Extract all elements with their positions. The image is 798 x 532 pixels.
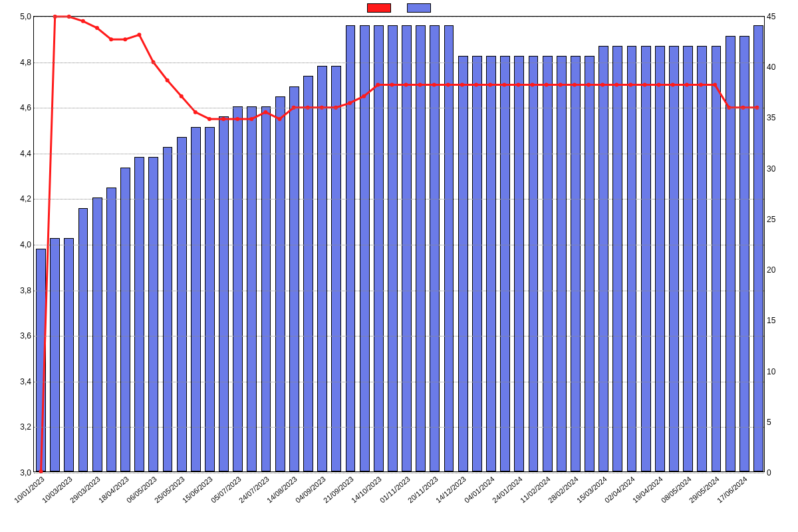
line-point [278, 117, 282, 121]
legend-swatch-line [367, 3, 391, 13]
line-point [81, 19, 85, 23]
gridline [34, 427, 764, 428]
y-left-tick: 4,0 [2, 240, 31, 249]
line-point [657, 83, 661, 87]
y-right-tick: 5 [767, 418, 796, 427]
x-tick-label: 10/03/2023 [41, 475, 74, 505]
x-tick-label: 19/04/2024 [631, 475, 664, 505]
line-point [446, 83, 450, 87]
y-left-tick: 3,2 [2, 422, 31, 432]
x-tick-label: 14/12/2023 [434, 475, 467, 505]
gridline [34, 291, 764, 291]
line-point [587, 83, 591, 87]
line-point [166, 78, 170, 82]
line-point [474, 83, 478, 87]
x-tick-label: 01/11/2023 [378, 475, 411, 505]
line-path [41, 17, 757, 471]
line-point [502, 83, 506, 87]
line-point [418, 83, 422, 87]
y-left-tick: 5,0 [2, 12, 31, 21]
y-left-tick: 4,4 [2, 149, 31, 158]
line-point [249, 117, 253, 121]
y-left-tick: 4,6 [2, 103, 31, 112]
x-tick-label: 05/07/2023 [209, 475, 243, 505]
line-point [404, 83, 408, 87]
x-tick-label: 20/11/2023 [406, 475, 440, 505]
line-point [643, 83, 647, 87]
x-tick-label: 28/02/2024 [547, 475, 580, 505]
gridline [34, 154, 764, 154]
y-right-tick: 40 [767, 63, 796, 72]
x-tick-label: 24/01/2024 [491, 475, 524, 505]
line-point [348, 101, 352, 105]
line-point [516, 83, 520, 87]
gridline [34, 17, 764, 17]
legend-swatch-bar [407, 3, 431, 13]
y-left-tick: 4,8 [2, 58, 31, 67]
line-point [263, 110, 267, 114]
line-point [109, 37, 113, 41]
y-left-tick: 3,4 [2, 377, 31, 386]
line-point [671, 83, 675, 87]
x-tick-label: 10/01/2023 [12, 475, 45, 505]
x-tick-label: 02/04/2024 [603, 475, 636, 505]
line-point [713, 83, 717, 87]
y-right-tick: 10 [767, 367, 796, 376]
line-point [376, 83, 380, 87]
x-tick-label: 14/10/2023 [350, 475, 383, 505]
x-tick-label: 17/06/2024 [716, 475, 749, 505]
y-right-tick: 35 [767, 113, 796, 122]
line-point [207, 117, 211, 121]
line-point [488, 83, 492, 87]
line-point [699, 83, 703, 87]
x-tick-label: 15/06/2023 [181, 475, 214, 505]
line-point [614, 83, 618, 87]
gridline [34, 63, 764, 63]
x-tick-label: 04/01/2024 [462, 475, 495, 505]
y-left-tick: 4,2 [2, 194, 31, 203]
x-tick-label: 29/03/2023 [68, 475, 102, 505]
y-left-tick: 3,0 [2, 468, 31, 477]
x-tick-label: 11/02/2024 [519, 475, 552, 505]
x-tick-label: 18/04/2023 [96, 475, 130, 505]
line-point [95, 26, 99, 30]
line-point [137, 33, 141, 37]
x-axis-labels: 10/01/202310/03/202329/03/202318/04/2023… [33, 472, 765, 532]
legend [0, 3, 798, 13]
line-point [123, 37, 127, 41]
line-point [559, 83, 563, 87]
gridline [34, 382, 764, 382]
line-point [362, 94, 366, 98]
line-point [432, 83, 436, 87]
y-right-tick: 30 [767, 164, 796, 174]
line-point [545, 83, 549, 87]
y-left-tick: 3,6 [2, 331, 31, 340]
line-point [531, 83, 535, 87]
x-tick-label: 15/03/2024 [575, 475, 608, 505]
line-point [600, 83, 604, 87]
line-point [235, 117, 239, 121]
line-layer [34, 17, 764, 471]
x-tick-label: 14/08/2023 [265, 475, 299, 505]
line-point [460, 83, 464, 87]
x-tick-label: 25/05/2023 [153, 475, 186, 505]
y-right-tick: 25 [767, 215, 796, 224]
y-right-tick: 0 [767, 468, 796, 477]
line-point [180, 94, 184, 98]
chart-container: 3,03,23,43,63,84,04,24,44,64,85,00510152… [0, 0, 798, 532]
x-tick-label: 06/05/2023 [125, 475, 158, 505]
gridline [34, 245, 764, 245]
gridline [34, 336, 764, 336]
y-right-tick: 45 [767, 12, 796, 21]
x-tick-label: 24/07/2023 [237, 475, 271, 505]
y-right-tick: 15 [767, 316, 796, 325]
line-point [685, 83, 689, 87]
line-point [573, 83, 577, 87]
x-tick-label: 21/09/2023 [322, 475, 355, 505]
line-point [628, 83, 632, 87]
plot-area: 3,03,23,43,63,84,04,24,44,64,85,00510152… [33, 16, 765, 472]
line-point [194, 110, 198, 114]
gridline [34, 199, 764, 200]
line-point [221, 117, 225, 121]
gridline [34, 108, 764, 108]
